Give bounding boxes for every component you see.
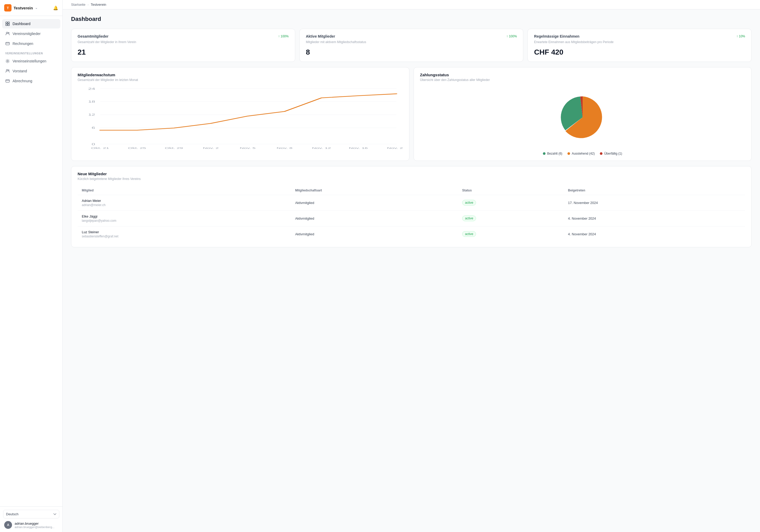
svg-text:Nov. 12: Nov. 12 [312, 147, 331, 150]
sidebar-item-rechnungen[interactable]: Rechnungen [2, 39, 60, 48]
page-title: Dashboard [71, 16, 752, 22]
stat-value-1: 21 [77, 48, 289, 57]
legend-dot-ueberfaellig [600, 152, 602, 155]
status-badge-3: active [462, 231, 476, 237]
stat-desc-2: Mitglieder mit aktivem Mitgliedschaftsst… [306, 40, 517, 44]
table-body: Adrian Meier adrian@meier.ch Aktivmitgli… [77, 195, 745, 242]
stat-header-1: Gesamtmitglieder ↑ 100% [77, 34, 289, 38]
sidebar: T Testverein ⌄ 🔔 Dashboard Vereinsmitgli… [0, 0, 63, 532]
main-content: Startseite › Testverein Dashboard Gesamt… [63, 0, 760, 532]
svg-rect-10 [6, 80, 9, 82]
stat-title-2: Aktive Mitglieder [306, 34, 335, 38]
legend-dot-bezahlt [543, 152, 546, 155]
stat-header-3: Regelmässige Einnahmen ↑ 10% [534, 34, 745, 38]
svg-text:Nov. 8: Nov. 8 [277, 147, 293, 150]
svg-text:Okt. 21: Okt. 21 [91, 147, 109, 150]
sidebar-item-vereinsmitglieder[interactable]: Vereinsmitglieder [2, 29, 60, 38]
org-chevron-icon: ⌄ [35, 6, 38, 10]
svg-point-4 [6, 32, 8, 34]
svg-point-7 [7, 61, 8, 62]
svg-text:24: 24 [88, 87, 95, 90]
line-chart: 24 18 12 6 0 Okt. 21 [77, 86, 403, 154]
rechnungen-icon [5, 41, 10, 46]
members-table: Mitglied Mitgliedschaftsart Status Beige… [77, 186, 745, 242]
member-status-2: active [458, 210, 564, 226]
breadcrumb-current: Testverein [91, 3, 106, 7]
svg-rect-6 [6, 42, 9, 45]
sidebar-item-vereinseinstellungen[interactable]: Vereinseinstellungen [2, 57, 60, 66]
language-select[interactable]: Deutsch [3, 510, 59, 518]
member-joined-3: 4. November 2024 [564, 226, 745, 242]
svg-point-5 [8, 32, 9, 33]
svg-text:18: 18 [88, 100, 95, 104]
svg-text:6: 6 [92, 126, 95, 130]
table-header-row: Mitglied Mitgliedschaftsart Status Beige… [77, 186, 745, 195]
legend-dot-ausstehend [567, 152, 570, 155]
abrechnung-icon [5, 79, 10, 83]
org-logo[interactable]: T Testverein ⌄ [4, 4, 38, 12]
notification-bell-icon[interactable]: 🔔 [53, 6, 58, 11]
payment-chart-card: Zahlungsstatus Übersicht über den Zahlun… [413, 67, 752, 161]
dashboard-label: Dashboard [13, 22, 30, 26]
status-badge-1: active [462, 200, 476, 205]
vorstand-label: Vorstand [13, 69, 27, 73]
stat-card-aktive-mitglieder: Aktive Mitglieder ↑ 100% Mitglieder mit … [300, 29, 524, 62]
member-cell-3: Luz Steiner sebastiensteffen@graf.net [77, 226, 291, 242]
charts-row: Mitgliederwachstum Gesamtzahl der Mitgli… [71, 67, 752, 161]
breadcrumb-home[interactable]: Startseite [71, 3, 85, 7]
table-row: Adrian Meier adrian@meier.ch Aktivmitgli… [77, 195, 745, 210]
members-table-title: Neue Mitglieder [77, 172, 745, 176]
svg-text:Nov. 16: Nov. 16 [349, 147, 368, 150]
member-email-3: sebastiensteffen@graf.net [82, 235, 287, 238]
legend-bezahlt: Bezahlt (6) [543, 152, 562, 155]
growth-chart-card: Mitgliederwachstum Gesamtzahl der Mitgli… [71, 67, 409, 161]
member-name-3: Luz Steiner [82, 230, 287, 234]
members-table-card: Neue Mitglieder Kürzlich beigetretene Mi… [71, 166, 752, 247]
vereinsmitglieder-label: Vereinsmitglieder [13, 32, 40, 36]
status-badge-2: active [462, 215, 476, 221]
svg-text:Okt. 29: Okt. 29 [165, 147, 183, 150]
member-joined-2: 4. November 2024 [564, 210, 745, 226]
svg-rect-0 [6, 22, 7, 23]
sidebar-item-abrechnung[interactable]: Abrechnung [2, 76, 60, 86]
svg-rect-2 [6, 24, 7, 25]
svg-text:Nov. 2: Nov. 2 [203, 147, 219, 150]
legend-ueberfaellig: Überfällig (1) [600, 152, 622, 155]
stat-value-2: 8 [306, 48, 517, 57]
page-content: Dashboard Gesamtmitglieder ↑ 100% Gesamt… [63, 9, 760, 254]
member-email-1: adrian@meier.ch [82, 203, 287, 207]
sidebar-nav: Dashboard Vereinsmitglieder Rechnungen V… [0, 16, 63, 507]
abrechnung-label: Abrechnung [13, 79, 32, 83]
svg-rect-3 [8, 24, 9, 25]
breadcrumb-separator: › [87, 3, 89, 7]
col-status: Status [458, 186, 564, 195]
stats-row: Gesamtmitglieder ↑ 100% Gesamtzahl der M… [71, 29, 752, 62]
svg-text:Nov. 21: Nov. 21 [387, 147, 403, 150]
growth-chart-desc: Gesamtzahl der Mitglieder im letzten Mon… [77, 78, 403, 82]
pie-chart-svg [556, 91, 609, 143]
member-name-2: Elke Jäggi [82, 214, 287, 218]
stat-card-gesamtmitglieder: Gesamtmitglieder ↑ 100% Gesamtzahl der M… [71, 29, 295, 62]
org-name: Testverein [14, 6, 33, 10]
sidebar-item-dashboard[interactable]: Dashboard [2, 19, 60, 28]
avatar: A [4, 521, 12, 529]
legend-label-ausstehend: Ausstehend (42) [572, 152, 594, 155]
pie-legend: Bezahlt (6) Ausstehend (42) Überfällig (… [543, 152, 622, 155]
stat-title-1: Gesamtmitglieder [77, 34, 109, 38]
col-mitglied: Mitglied [77, 186, 291, 195]
stat-header-2: Aktive Mitglieder ↑ 100% [306, 34, 517, 38]
sidebar-item-vorstand[interactable]: Vorstand [2, 66, 60, 76]
user-details: adrian.bruegger adrian.bruegger@siebenbe… [15, 521, 54, 529]
member-type-1: Aktivmitglied [291, 195, 458, 210]
payment-chart-title: Zahlungsstatus [420, 72, 745, 77]
line-chart-svg: 24 18 12 6 0 Okt. 21 [77, 86, 403, 154]
sidebar-header: T Testverein ⌄ 🔔 [0, 0, 63, 16]
dashboard-icon [5, 22, 10, 26]
vereinseinstellungen-label: Vereinseinstellungen [13, 59, 46, 63]
table-row: Elke Jäggi langstjepan@yahoo.com Aktivmi… [77, 210, 745, 226]
svg-point-8 [6, 69, 8, 71]
stat-title-3: Regelmässige Einnahmen [534, 34, 580, 38]
stat-desc-3: Erwartete Einnahmen aus Mitgliedsbeiträg… [534, 40, 745, 44]
table-head: Mitglied Mitgliedschaftsart Status Beige… [77, 186, 745, 195]
user-email: adrian.bruegger@siebenberg... [15, 525, 54, 529]
